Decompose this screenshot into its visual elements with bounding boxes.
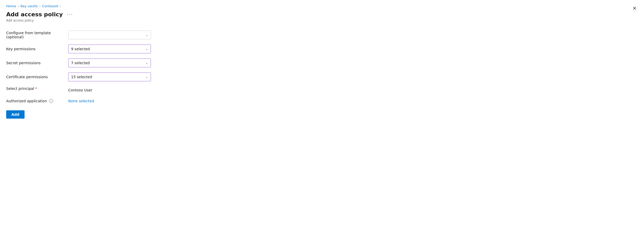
authorized-application-link[interactable]: None selected: [68, 99, 94, 103]
principal-value[interactable]: Contoso User: [68, 86, 151, 94]
key-permissions-row: Key permissions 9 selected ⌄: [6, 45, 226, 53]
breadcrumb-key-vaults[interactable]: Key vaults: [20, 4, 38, 8]
secret-permissions-value: 7 selected: [71, 61, 90, 65]
authorized-application-row: Authorized application i None selected: [6, 99, 226, 103]
certificate-permissions-control: 15 selected ⌄: [68, 73, 151, 81]
certificate-permissions-row: Certificate permissions 15 selected ⌄: [6, 73, 226, 81]
breadcrumb-sep-1: ›: [18, 4, 19, 8]
key-permissions-control: 9 selected ⌄: [68, 45, 151, 53]
configure-template-dropdown[interactable]: ⌄: [68, 31, 151, 39]
add-button[interactable]: Add: [6, 110, 25, 119]
page-header: Add access policy ···: [6, 11, 226, 18]
add-button-row: Add: [6, 108, 226, 119]
chevron-down-icon: ⌄: [145, 47, 148, 51]
authorized-application-label: Authorized application i: [6, 99, 68, 103]
certificate-permissions-value: 15 selected: [71, 75, 92, 79]
configure-template-row: Configure from template (optional) ⌄: [6, 31, 226, 39]
select-principal-row: Select principal * Contoso User: [6, 86, 226, 94]
page-title: Add access policy: [6, 11, 63, 18]
certificate-permissions-label: Certificate permissions: [6, 75, 68, 79]
breadcrumb-home[interactable]: Home: [6, 4, 16, 8]
more-options-button[interactable]: ···: [65, 12, 74, 17]
breadcrumb-sep-3: ›: [60, 4, 61, 8]
configure-template-control: ⌄: [68, 31, 151, 39]
key-permissions-dropdown[interactable]: 9 selected ⌄: [68, 45, 151, 53]
chevron-down-icon: ⌄: [145, 61, 148, 65]
required-indicator: *: [35, 86, 37, 91]
key-permissions-value: 9 selected: [71, 47, 90, 51]
breadcrumb: Home › Key vaults › ContosoV ›: [6, 4, 226, 8]
page-subtitle: Add access policy: [6, 19, 226, 22]
secret-permissions-label: Secret permissions: [6, 61, 68, 65]
authorized-application-control: None selected: [68, 99, 151, 103]
info-icon[interactable]: i: [49, 99, 53, 103]
key-permissions-label: Key permissions: [6, 47, 68, 51]
secret-permissions-dropdown[interactable]: 7 selected ⌄: [68, 59, 151, 67]
form: Configure from template (optional) ⌄ Key…: [6, 31, 226, 124]
chevron-down-icon: ⌄: [145, 75, 148, 79]
secret-permissions-control: 7 selected ⌄: [68, 59, 151, 67]
configure-template-label: Configure from template (optional): [6, 31, 68, 39]
secret-permissions-row: Secret permissions 7 selected ⌄: [6, 59, 226, 67]
chevron-down-icon: ⌄: [145, 33, 148, 37]
select-principal-label: Select principal *: [6, 86, 68, 91]
principal-value-wrapper: Contoso User: [68, 86, 151, 94]
breadcrumb-contoso[interactable]: ContosoV: [42, 4, 58, 8]
close-button[interactable]: ✕: [631, 5, 638, 12]
breadcrumb-sep-2: ›: [39, 4, 41, 8]
certificate-permissions-dropdown[interactable]: 15 selected ⌄: [68, 73, 151, 81]
